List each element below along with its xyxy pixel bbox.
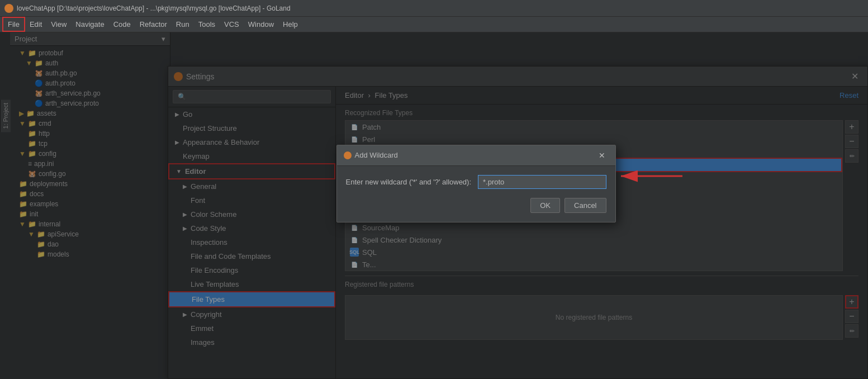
wildcard-input[interactable] (478, 175, 606, 189)
menu-bar: File Edit View Navigate Code Refactor Ru… (0, 17, 868, 32)
menu-vcs[interactable]: VCS (220, 18, 244, 31)
menu-window[interactable]: Window (244, 18, 278, 31)
red-arrow-annotation (615, 162, 688, 190)
app-icon (4, 4, 13, 13)
menu-run[interactable]: Run (172, 18, 194, 31)
menu-file[interactable]: File (2, 17, 25, 32)
wildcard-title-text: Add Wildcard (355, 151, 398, 159)
wildcard-body: Enter new wildcard ('*' and '?' allowed)… (337, 166, 615, 222)
wildcard-input-row: Enter new wildcard ('*' and '?' allowed)… (346, 175, 606, 189)
menu-code[interactable]: Code (109, 18, 135, 31)
wildcard-header: Add Wildcard ✕ (337, 145, 615, 166)
wildcard-dialog: Add Wildcard ✕ Enter new wildcard ('*' a… (336, 145, 616, 222)
wildcard-overlay: Add Wildcard ✕ Enter new wildcard ('*' a… (0, 32, 868, 379)
menu-refactor[interactable]: Refactor (135, 18, 172, 31)
wildcard-label: Enter new wildcard ('*' and '?' allowed)… (346, 178, 472, 186)
menu-navigate[interactable]: Navigate (71, 18, 108, 31)
wildcard-buttons: OK Cancel (346, 198, 606, 213)
wildcard-icon (344, 151, 352, 159)
title-bar: loveChatApp [D:\tao\projects\loveChatApp… (0, 0, 868, 17)
menu-help[interactable]: Help (278, 18, 302, 31)
wildcard-close-button[interactable]: ✕ (595, 150, 609, 161)
wildcard-title: Add Wildcard (344, 151, 398, 159)
main-layout: 1: Project Project ▾ ▼ 📁 protobuf ▼ 📁 au… (0, 32, 868, 379)
menu-edit[interactable]: Edit (25, 18, 46, 31)
cancel-button[interactable]: Cancel (565, 198, 606, 213)
window-title: loveChatApp [D:\tao\projects\loveChatApp… (17, 4, 864, 12)
menu-tools[interactable]: Tools (194, 18, 220, 31)
menu-view[interactable]: View (46, 18, 71, 31)
ok-button[interactable]: OK (530, 198, 560, 213)
